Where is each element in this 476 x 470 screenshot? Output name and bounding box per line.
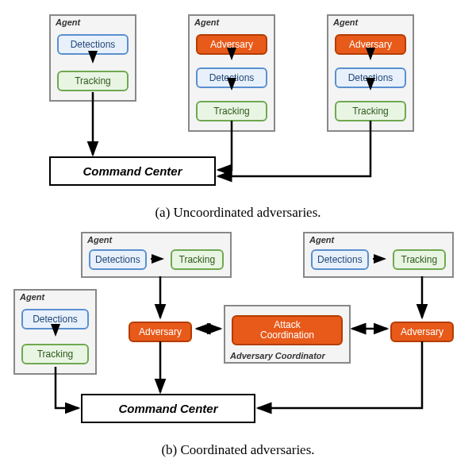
tracking-node: Tracking xyxy=(196,101,267,121)
tracking-node: Tracking xyxy=(57,71,129,91)
command-center: Command Center xyxy=(49,156,216,186)
adversary-node: Adversary xyxy=(196,34,267,55)
agent-label: Agent xyxy=(309,235,334,245)
command-center: Command Center xyxy=(81,394,255,423)
detections-node: Detections xyxy=(21,309,89,329)
tracking-node: Tracking xyxy=(393,249,446,270)
detections-node: Detections xyxy=(196,67,267,88)
caption-a: (a) Uncoordinated adversaries. xyxy=(10,205,466,221)
diagram-a: Agent Detections Tracking Agent Adversar… xyxy=(10,10,466,200)
diagram-b: Agent Detections Tracking Agent Detectio… xyxy=(10,227,466,437)
tracking-node: Tracking xyxy=(335,101,406,121)
agent-box-b-left: Agent Detections Tracking xyxy=(13,289,97,375)
agent-label: Agent xyxy=(87,235,112,245)
attack-coordination-node: Attack Coordination xyxy=(232,315,343,345)
detections-node: Detections xyxy=(335,67,406,88)
adversary-coordinator-label: Adversary Coordinator xyxy=(230,351,325,360)
agent-label: Agent xyxy=(20,292,44,302)
adversary-coordinator-box: Attack Coordination Adversary Coordinato… xyxy=(224,305,351,364)
tracking-node: Tracking xyxy=(21,344,89,364)
agent-label: Agent xyxy=(56,17,80,27)
adversary-node-left: Adversary xyxy=(129,322,192,342)
adversary-node-right: Adversary xyxy=(390,322,454,342)
agent-box-a1: Agent Detections Tracking xyxy=(49,14,136,102)
detections-node: Detections xyxy=(89,249,147,270)
agent-label: Agent xyxy=(333,17,358,27)
detections-node: Detections xyxy=(311,249,369,270)
adversary-node: Adversary xyxy=(335,34,406,55)
detections-node: Detections xyxy=(57,34,129,55)
tracking-node: Tracking xyxy=(171,249,224,270)
agent-box-a3: Agent Adversary Detections Tracking xyxy=(327,14,414,132)
agent-label: Agent xyxy=(194,17,219,27)
agent-box-b-top-right: Agent Detections Tracking xyxy=(303,232,454,278)
agent-box-b-top-left: Agent Detections Tracking xyxy=(81,232,232,278)
caption-b: (b) Coordinated adversaries. xyxy=(10,442,466,458)
agent-box-a2: Agent Adversary Detections Tracking xyxy=(188,14,275,132)
